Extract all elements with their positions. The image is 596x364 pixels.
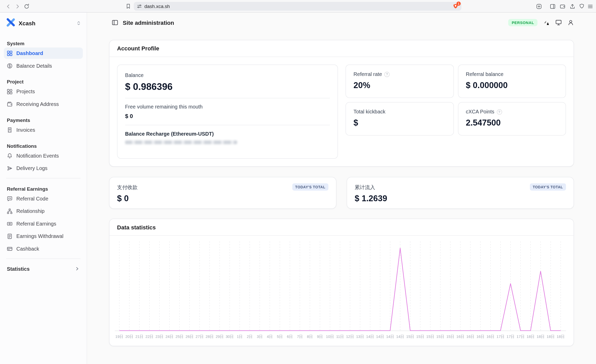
svg-text:17日: 17日 [506,335,515,339]
brand-name: Xcash [19,20,35,26]
section-label-project: Project [4,78,83,86]
recharge-address-redacted[interactable] [125,141,237,144]
sidebar-item-label: Invoices [16,127,35,133]
svg-text:18日: 18日 [537,335,545,339]
svg-text:1日: 1日 [237,335,243,339]
svg-text:18日: 18日 [557,335,565,339]
svg-text:14日: 14日 [396,335,404,339]
sidebar-item-projects[interactable]: Projects [4,86,83,97]
cxca-points-label: cXCA Points [466,109,494,115]
svg-text:25日: 25日 [175,335,183,339]
menu-icon[interactable] [586,3,594,10]
svg-text:30日: 30日 [226,335,234,339]
sidebar-item-label: Projects [16,89,35,94]
svg-text:14日: 14日 [366,335,374,339]
line-chart: 19日20日21日22日23日24日25日26日27日28日29日30日1日2日… [109,236,573,346]
account-profile-card: Account Profile Balance $ 0.986396 Free … [109,40,574,167]
site-settings-icon[interactable] [137,4,142,9]
svg-text:23日: 23日 [155,335,163,339]
cumulative-inflow-label: 累计流入 [355,184,375,190]
free-volume-value: $ 0 [125,113,330,119]
ai-assistant-icon[interactable] [535,3,542,10]
sidebar-item-delivery-logs[interactable]: Delivery Logs [4,162,83,174]
page-header: Site administration PERSONAL [87,12,596,32]
xcash-logo [6,18,15,28]
divider [125,98,330,98]
sidebar-item-relationship[interactable]: Relationship [4,205,83,217]
section-label-referral-earnings: Referral Earnings [4,184,83,193]
svg-text:28日: 28日 [206,335,214,339]
reload-icon[interactable] [23,3,30,10]
workspace-switcher[interactable]: Xcash [4,12,83,33]
chart-area: 19日20日21日22日23日24日25日26日27日28日29日30日1日2日… [109,236,573,346]
svg-text:2日: 2日 [247,335,253,339]
sidebar-toggle-icon[interactable] [549,3,556,10]
data-statistics-card: Data statistics 19日20日21日22日23日24日25日26日… [109,219,574,346]
bookmark-icon[interactable] [125,3,132,10]
referral-balance-value: $ 0.000000 [466,81,558,90]
forward-icon[interactable] [14,3,21,10]
receive-wallet-icon [7,101,12,107]
sidebar-item-invoices[interactable]: Invoices [4,124,83,135]
sidebar-item-referral-code[interactable]: Referral Code [4,193,83,204]
svg-text:20日: 20日 [125,335,133,339]
cxca-points-value: 2.547500 [466,118,558,128]
vpn-shield-icon[interactable] [578,3,585,10]
sidebar-item-earnings-withdrawal[interactable]: Earnings Withdrawal [4,230,83,242]
sidebar-item-receiving-address[interactable]: Receiving Address [4,98,83,110]
help-icon[interactable]: ? [497,109,502,114]
browser-window: dash.xca.sh 1 [0,0,596,364]
profile-metrics-grid: Referral rate? 20% Referral balance $ 0.… [346,65,566,159]
total-kickback-label: Total kickback [354,109,385,115]
payments-received-card: 支付收款 TODAY'S TOTAL $ 0 [109,177,337,209]
sidebar-divider [6,178,81,178]
language-icon[interactable] [543,19,550,26]
send-icon [7,165,12,171]
user-icon[interactable] [568,19,574,26]
svg-text:16日: 16日 [456,335,464,339]
sidebar-item-referral-earnings[interactable]: Referral Earnings [4,218,83,229]
sidebar-item-notification-events[interactable]: Notification Events [4,150,83,161]
shield-counter-badge: 1 [457,1,461,5]
svg-text:7日: 7日 [297,335,303,339]
svg-text:22日: 22日 [145,335,153,339]
url-text[interactable]: dash.xca.sh [144,4,170,9]
help-icon[interactable]: ? [384,72,390,77]
invoice-icon [7,127,12,133]
section-label-system: System [4,39,83,47]
cxca-points-card: cXCA Points? 2.547500 [458,102,566,135]
svg-text:11日: 11日 [336,335,344,339]
svg-text:16日: 16日 [466,335,474,339]
dollar-circle-icon [7,63,12,68]
svg-text:4日: 4日 [267,335,273,339]
panel-left-icon[interactable] [112,19,118,26]
brave-shield-icon[interactable]: 1 [453,3,458,9]
sidebar-item-statistics[interactable]: Statistics [4,263,83,274]
svg-text:5日: 5日 [277,335,283,339]
card-title: Account Profile [109,40,573,57]
sidebar-item-dashboard[interactable]: Dashboard [4,48,83,59]
page-title: Site administration [123,19,174,26]
svg-text:14日: 14日 [386,335,394,339]
address-bar[interactable]: dash.xca.sh 1 [134,2,461,11]
document-lines-icon [7,233,12,239]
balance-card: Balance $ 0.986396 Free volume remaining… [117,65,338,159]
svg-text:26日: 26日 [185,335,193,339]
sidebar-item-balance-details[interactable]: Balance Details [4,60,83,71]
sidebar-item-label: Balance Details [16,63,52,68]
svg-text:19日: 19日 [115,335,123,339]
display-icon[interactable] [555,19,562,26]
svg-text:9日: 9日 [317,335,323,339]
wallet-icon[interactable] [559,3,566,10]
share-icon[interactable] [569,3,576,10]
sidebar-item-label: Referral Earnings [16,221,56,226]
section-label-notifications: Notifications [4,142,83,150]
balance-label: Balance [125,73,330,78]
sidebar-item-label: Relationship [16,208,44,214]
sidebar-item-cashback[interactable]: Cashback [4,243,83,254]
sidebar-divider [6,259,81,259]
payments-received-value: $ 0 [117,193,329,203]
todays-total-badge: TODAY'S TOTAL [292,183,328,191]
back-icon[interactable] [5,3,12,10]
svg-text:12日: 12日 [346,335,354,339]
